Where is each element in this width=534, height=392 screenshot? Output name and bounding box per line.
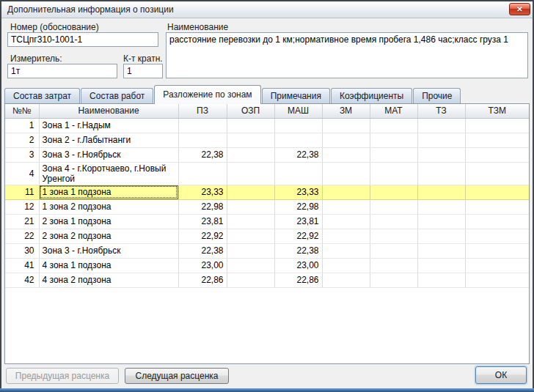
grid-cell[interactable]: 22,92 [274,229,322,243]
grid-cell[interactable] [274,162,322,185]
grid-cell[interactable]: Зона 3 - г.Ноябрьск [39,243,178,258]
table-row[interactable]: 212 зона 1 подзона23,8123,81 [5,214,529,229]
grid-cell[interactable] [370,118,417,133]
grid-cell[interactable] [465,118,529,133]
grid-cell[interactable]: 2 зона 2 подзона [39,229,178,243]
measure-input[interactable] [7,64,117,78]
grid-cell[interactable]: 22,38 [178,243,227,258]
table-row[interactable]: 121 зона 2 подзона22,9822,98 [5,199,529,214]
grid-cell[interactable] [370,162,417,185]
grid-cell[interactable]: 22,38 [274,147,322,162]
grid-cell[interactable]: 22,86 [274,273,322,287]
grid-cell[interactable] [417,199,465,214]
grid-cell[interactable]: 4 зона 1 подзона [39,258,178,273]
grid-cell[interactable]: Зона 1 - г.Надым [39,118,178,133]
number-input[interactable] [7,32,158,47]
grid-cell[interactable] [227,118,274,133]
grid-cell[interactable]: 2 зона 1 подзона [39,214,178,229]
grid-cell[interactable]: 23,33 [274,185,322,199]
grid-cell[interactable] [417,185,465,199]
grid-cell[interactable]: Зона 2 - г.Лабытнанги [39,133,178,147]
grid-cell[interactable] [417,229,465,243]
column-header[interactable]: ПЗ [178,104,227,118]
grid-cell[interactable] [322,147,370,162]
grid-cell[interactable]: 23,00 [178,258,227,273]
grid-cell[interactable]: Зона 4 - г.Коротчаево, г.Новый Уренгой [39,162,178,185]
grid-cell[interactable] [370,147,417,162]
grid-cell[interactable]: 22,86 [178,273,227,287]
grid-cell[interactable] [465,229,529,243]
grid-cell[interactable] [370,214,417,229]
grid-cell[interactable]: 23,81 [178,214,227,229]
grid-cell[interactable] [465,185,529,199]
grid-cell[interactable] [370,185,417,199]
grid-cell[interactable] [322,133,370,147]
grid-cell[interactable] [322,273,370,287]
grid-cell[interactable]: 23,33 [178,185,227,199]
grid-cell[interactable] [178,162,227,185]
grid-cell[interactable] [465,273,529,287]
ok-button[interactable]: ОК [475,366,527,384]
grid-cell[interactable] [227,199,274,214]
grid-cell[interactable]: 4 зона 2 подзона [39,273,178,287]
grid-cell[interactable] [417,147,465,162]
grid-cell[interactable] [227,185,274,199]
tab-notes[interactable]: Примечания [262,88,330,104]
column-header[interactable]: ЗМ [322,104,370,118]
grid-cell[interactable]: 1 зона 1 подзона [39,185,178,199]
grid-cell[interactable] [465,147,529,162]
grid-cell[interactable]: 12 [5,199,39,214]
grid-cell[interactable] [417,214,465,229]
grid-cell[interactable]: 3 [5,147,39,162]
grid-cell[interactable] [227,214,274,229]
grid-cell[interactable]: 41 [5,258,39,273]
grid-cell[interactable] [322,185,370,199]
grid-cell[interactable]: Зона 3 - г.Ноябрьск [39,147,178,162]
multiplier-input[interactable] [123,64,163,78]
next-rate-button[interactable]: Следущая расценка [125,368,229,384]
grid-cell[interactable] [417,243,465,258]
grid-cell[interactable] [274,118,322,133]
table-row[interactable]: 424 зона 2 подзона22,8622,86 [5,273,529,287]
grid-cell[interactable] [322,243,370,258]
previous-rate-button[interactable]: Предыдущая расценка [6,368,119,384]
grid-cell[interactable] [465,258,529,273]
table-row[interactable]: 2Зона 2 - г.Лабытнанги [5,133,529,147]
column-header[interactable]: МАШ [274,104,322,118]
grid-cell[interactable] [322,214,370,229]
tab-costs[interactable]: Состав затрат [4,88,80,104]
grid-cell[interactable] [227,258,274,273]
grid-cell[interactable] [417,133,465,147]
grid-cell[interactable]: 22,38 [274,243,322,258]
grid-cell[interactable] [465,162,529,185]
grid-cell[interactable] [370,229,417,243]
grid-cell[interactable]: 23,00 [274,258,322,273]
grid-cell[interactable] [370,133,417,147]
grid-cell[interactable]: 11 [5,185,39,199]
grid-cell[interactable] [322,229,370,243]
grid-cell[interactable]: 2 [5,133,39,147]
table-row[interactable]: 1Зона 1 - г.Надым [5,118,529,133]
close-button[interactable]: ✕ [509,3,530,15]
grid-cell[interactable]: 42 [5,273,39,287]
grid-cell[interactable] [417,162,465,185]
grid-cell[interactable] [370,199,417,214]
grid-cell[interactable]: 1 [5,118,39,133]
column-header[interactable]: ТЗ [417,104,465,118]
column-header[interactable]: МАТ [370,104,417,118]
tab-other[interactable]: Прочие [413,88,461,104]
grid-cell[interactable]: 23,81 [274,214,322,229]
column-header[interactable]: ОЗП [227,104,274,118]
grid-cell[interactable] [465,199,529,214]
grid-cell[interactable]: 22,98 [178,199,227,214]
grid-cell[interactable] [465,133,529,147]
table-row[interactable]: 222 зона 2 подзона22,9222,92 [5,229,529,243]
grid-cell[interactable]: 1 зона 2 подзона [39,199,178,214]
grid-cell[interactable] [417,118,465,133]
grid-cell[interactable]: 21 [5,214,39,229]
grid-cell[interactable]: 22 [5,229,39,243]
table-row[interactable]: 30Зона 3 - г.Ноябрьск22,3822,38 [5,243,529,258]
grid-cell[interactable] [322,118,370,133]
grid-cell[interactable] [417,258,465,273]
tab-coefficients[interactable]: Коэффициенты [331,88,412,104]
